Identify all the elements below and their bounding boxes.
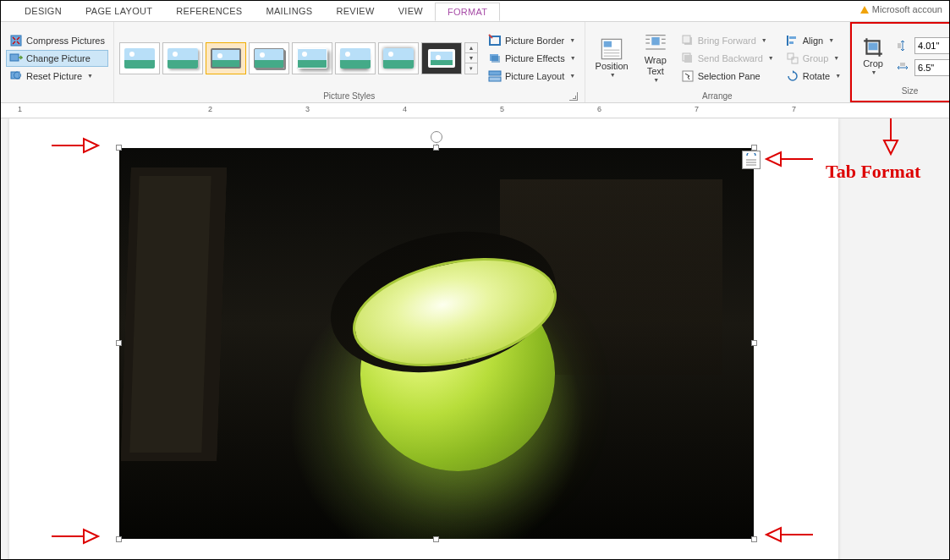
ruler-num: 6 <box>597 105 601 113</box>
tab-format[interactable]: FORMAT <box>435 3 500 21</box>
resize-handle[interactable] <box>751 145 757 151</box>
position-button[interactable]: Position▼ <box>590 36 634 81</box>
group-button[interactable]: Group▼ <box>783 50 844 67</box>
tab-mailings[interactable]: MAILINGS <box>254 3 324 19</box>
crop-button[interactable]: Crop▼ <box>857 35 889 79</box>
picture-styles-launcher-icon[interactable] <box>569 92 578 101</box>
horizontal-ruler[interactable]: 1 2 3 4 5 6 7 7 <box>1 103 949 118</box>
wrap-text-button[interactable]: Wrap Text▼ <box>639 30 673 86</box>
tab-references[interactable]: REFERENCES <box>164 3 254 19</box>
svg-rect-5 <box>491 56 500 63</box>
picture-style-gallery: ▲ ▼ ▾ <box>119 42 478 74</box>
align-label: Align <box>803 36 823 46</box>
change-picture-button[interactable]: Change Picture <box>6 50 108 67</box>
resize-handle[interactable] <box>751 340 757 346</box>
rotation-handle[interactable] <box>431 131 442 143</box>
style-thumb-7[interactable] <box>378 42 419 74</box>
style-thumb-8[interactable] <box>421 42 462 74</box>
picture-styles-group-label: Picture Styles <box>119 91 579 102</box>
document-area: Tab Format <box>1 118 949 560</box>
group-picture-styles: ▲ ▼ ▾ Picture Border▼ Picture Effects▼ P… <box>114 22 585 102</box>
tab-design[interactable]: DESIGN <box>13 3 74 19</box>
resize-handle[interactable] <box>751 536 757 542</box>
tab-view[interactable]: VIEW <box>387 3 435 19</box>
group-label: Group <box>803 53 829 63</box>
picture-border-button[interactable]: Picture Border▼ <box>485 32 579 49</box>
selection-pane-button[interactable]: Selection Pane <box>678 68 777 85</box>
ruler-num: 2 <box>208 105 212 113</box>
position-label: Position <box>596 61 629 72</box>
annotation-text: Tab Format <box>826 161 920 183</box>
height-field[interactable] <box>915 39 950 52</box>
rotate-button[interactable]: Rotate▼ <box>783 68 844 85</box>
gallery-scroll: ▲ ▼ ▾ <box>464 42 478 74</box>
size-group-label: Size <box>857 86 950 97</box>
gallery-up-icon[interactable]: ▲ <box>465 43 477 53</box>
align-button[interactable]: Align▼ <box>783 32 844 49</box>
ruler-num: 7 <box>695 105 699 113</box>
account-area[interactable]: Microsoft accoun <box>860 4 942 14</box>
style-thumb-5[interactable] <box>292 42 332 74</box>
svg-rect-32 <box>900 63 905 66</box>
resize-handle[interactable] <box>116 340 122 346</box>
svg-rect-26 <box>789 36 796 39</box>
position-icon <box>600 37 623 61</box>
width-input[interactable]: ▲▼ <box>914 59 950 76</box>
annotation-arrow-icon <box>52 526 98 550</box>
svg-rect-9 <box>604 41 612 47</box>
picture-effects-button[interactable]: Picture Effects▼ <box>485 50 579 67</box>
height-input[interactable]: ▲▼ <box>914 37 950 54</box>
style-thumb-1[interactable] <box>119 42 160 74</box>
style-thumb-2[interactable] <box>162 42 203 74</box>
tab-review[interactable]: REVIEW <box>324 3 386 19</box>
send-backward-label: Send Backward <box>698 53 763 63</box>
reset-picture-dropdown-icon[interactable]: ▼ <box>87 73 93 79</box>
reset-picture-button[interactable]: Reset Picture ▼ <box>6 68 108 85</box>
annotation-arrow-icon <box>52 135 98 159</box>
reset-picture-label: Reset Picture <box>26 71 82 81</box>
compress-pictures-button[interactable]: Compress Pictures <box>6 32 108 49</box>
selection-pane-label: Selection Pane <box>698 71 761 81</box>
change-picture-label: Change Picture <box>26 53 91 63</box>
adjust-group-label <box>6 91 108 102</box>
svg-rect-27 <box>789 41 793 44</box>
style-thumb-4[interactable] <box>249 42 289 74</box>
resize-handle[interactable] <box>116 145 122 151</box>
gallery-more-icon[interactable]: ▾ <box>465 63 477 73</box>
picture-border-icon <box>488 34 502 47</box>
gallery-down-icon[interactable]: ▼ <box>465 53 477 63</box>
svg-rect-13 <box>651 37 659 45</box>
picture-layout-label: Picture Layout <box>505 71 564 81</box>
wrap-text-label: Wrap Text <box>645 55 667 77</box>
selected-picture[interactable] <box>119 148 754 539</box>
picture-layout-button[interactable]: Picture Layout▼ <box>485 68 579 85</box>
svg-rect-23 <box>684 55 692 63</box>
svg-rect-28 <box>788 53 793 59</box>
picture-content <box>119 148 754 539</box>
send-backward-icon <box>681 52 695 65</box>
document-page[interactable] <box>9 118 838 560</box>
crop-icon <box>862 36 884 58</box>
bring-forward-button[interactable]: Bring Forward▼ <box>678 32 777 49</box>
resize-handle[interactable] <box>433 145 439 151</box>
resize-handle[interactable] <box>433 536 439 542</box>
svg-rect-24 <box>683 71 693 81</box>
send-backward-button[interactable]: Send Backward▼ <box>678 50 777 67</box>
group-icon <box>786 52 799 65</box>
resize-handle[interactable] <box>116 536 122 542</box>
style-thumb-6[interactable] <box>335 42 376 74</box>
layout-options-icon[interactable] <box>742 151 761 169</box>
compress-icon <box>9 34 23 47</box>
ruler-num: 7 <box>792 105 796 113</box>
group-adjust: Compress Pictures Change Picture Reset P… <box>1 22 114 102</box>
ruler-num: 1 <box>18 105 22 113</box>
style-thumb-3[interactable] <box>206 42 246 74</box>
svg-rect-30 <box>869 43 878 51</box>
bring-forward-icon <box>681 34 695 47</box>
width-field[interactable] <box>915 61 950 74</box>
svg-rect-0 <box>11 36 21 46</box>
tab-page-layout[interactable]: PAGE LAYOUT <box>74 3 164 19</box>
picture-effects-icon <box>488 52 502 65</box>
account-label: Microsoft accoun <box>872 4 942 14</box>
svg-rect-6 <box>489 71 501 75</box>
